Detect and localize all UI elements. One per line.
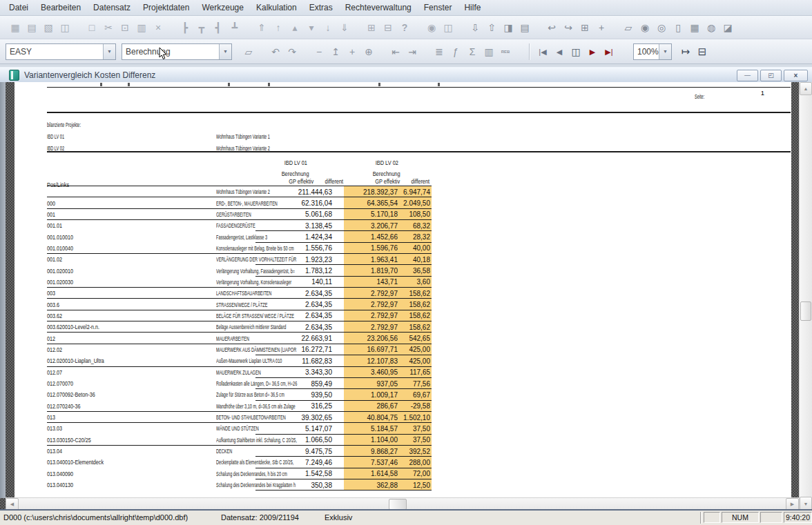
import-icon[interactable]: ⇩ [467, 21, 483, 34]
page-setup-icon[interactable]: ▤ [23, 21, 40, 34]
search-globe-icon[interactable]: ◉ [423, 21, 440, 34]
menu-item-kalkulation[interactable]: Kalkulation [250, 1, 303, 14]
delete-icon[interactable]: × [150, 21, 166, 34]
add-special-icon[interactable]: ⊕ [360, 45, 377, 59]
close-button[interactable]: × [784, 70, 808, 81]
cell-gp-effektiv-lv02: 16.697,71 [344, 344, 399, 355]
chart-icon[interactable]: ▥ [481, 45, 497, 59]
edit-list-icon[interactable]: ▤ [516, 21, 533, 34]
export-icon[interactable]: ⇧ [483, 21, 500, 34]
search-icon[interactable]: ◍ [703, 21, 719, 34]
move-page-down-icon[interactable]: ↓ [320, 21, 336, 34]
next-page-icon[interactable]: ▶ [584, 45, 601, 59]
export-page-icon[interactable]: ◪ [719, 21, 736, 34]
insert-above-icon[interactable]: ↥ [327, 45, 344, 59]
menu-item-bearbeiten[interactable]: Bearbeiten [35, 1, 87, 14]
print-form-icon[interactable]: ⊟ [380, 21, 396, 34]
copy-pages-icon[interactable]: ◫ [568, 45, 584, 59]
close-preview-icon[interactable]: ↦ [677, 45, 694, 59]
insert-row-icon[interactable]: ┣ [177, 21, 193, 34]
view-combobox-button[interactable]: ▼ [219, 44, 231, 59]
menu-item-projektdaten[interactable]: Projektdaten [137, 1, 195, 14]
horizontal-scrollbar-thumb[interactable] [389, 499, 407, 510]
cell-gp-effektiv-lv02: 1.819,70 [344, 265, 399, 276]
menu-item-hilfe[interactable]: Hilfe [458, 1, 487, 14]
scroll-up-button[interactable]: ▲ [800, 82, 812, 95]
zoom-in-icon[interactable]: ◉ [637, 21, 653, 34]
vertical-scrollbar-thumb[interactable] [800, 301, 811, 321]
insert-child-icon[interactable]: ┳ [193, 21, 210, 34]
remove-position-icon[interactable]: − [311, 45, 327, 59]
move-up-icon[interactable]: ▴ [287, 21, 303, 34]
cell-different-lv01 [334, 389, 344, 400]
profile-combobox-button[interactable]: ▼ [103, 44, 115, 59]
menu-item-extras[interactable]: Extras [303, 1, 339, 14]
sum-icon[interactable]: Σ [464, 45, 481, 59]
add-position-icon[interactable]: + [344, 45, 360, 59]
view-combobox[interactable]: Berechnung ▼ [122, 43, 232, 60]
append-child-icon[interactable]: ┻ [226, 21, 243, 34]
scroll-down-button[interactable]: ▼ [800, 497, 812, 511]
preview-icon[interactable]: ▦ [7, 21, 23, 34]
cell-description: BETON- UND STAHLBETONARBEITEN [216, 412, 255, 423]
undo-icon[interactable]: ↶ [267, 45, 284, 59]
edit-page-icon[interactable]: ▱ [620, 21, 637, 34]
vertical-scrollbar[interactable]: ▲ ▼ [799, 82, 812, 511]
outdent-icon[interactable]: ⇤ [387, 45, 404, 59]
report-book-icon[interactable]: ◫ [57, 21, 73, 34]
paste-icon[interactable]: ▥ [133, 21, 150, 34]
cut-icon[interactable]: ✂ [100, 21, 117, 34]
redo-icon[interactable]: ↷ [284, 45, 300, 59]
reb-icon[interactable]: REB [497, 45, 514, 59]
cell-description: Außen-Mauerwerk Liaplan ULTRA 010 [216, 355, 255, 366]
move-down-icon[interactable]: ▾ [303, 21, 320, 34]
indent-icon[interactable]: ⇥ [404, 45, 420, 59]
window-icon[interactable]: ⊞ [363, 21, 380, 34]
minimize-button[interactable]: — [737, 70, 758, 81]
profile-combobox[interactable]: EASY ▼ [6, 43, 116, 60]
document-window-titlebar[interactable]: Variantenvergleich Kosten Differenz — ◰ … [0, 67, 812, 83]
new-page-icon[interactable]: ▯ [670, 21, 686, 34]
pin-icon[interactable]: + [593, 21, 610, 34]
menu-item-rechteverwaltung[interactable]: Rechteverwaltung [339, 1, 418, 14]
menu-item-datei[interactable]: Datei [3, 1, 35, 14]
forward-icon[interactable]: ↪ [560, 21, 577, 34]
table-view-icon[interactable]: ▦ [686, 21, 703, 34]
zoom-doc-icon[interactable]: ◎ [653, 21, 670, 34]
append-row-icon[interactable]: ┫ [210, 21, 226, 34]
restore-button[interactable]: ◰ [760, 70, 782, 81]
minimize-icon: — [744, 72, 751, 79]
last-page-icon[interactable]: ▶| [601, 45, 617, 59]
list-structure-icon[interactable]: ≣ [431, 45, 447, 59]
table-row: 012.07MAUERWERK ZULAGEN3.343,303.460,951… [47, 367, 432, 378]
new-document-icon[interactable]: □ [84, 21, 100, 34]
move-last-icon[interactable]: ⇓ [336, 21, 353, 34]
cell-different-lv01 [334, 299, 344, 310]
save-list-icon[interactable]: ◨ [500, 21, 516, 34]
first-page-icon[interactable]: |◀ [534, 45, 551, 59]
open-folder-icon[interactable]: ▱ [240, 45, 257, 59]
zoom-combobox-button[interactable]: ▼ [659, 44, 671, 59]
move-first-icon[interactable]: ⇑ [253, 21, 270, 34]
cell-gp-effektiv-lv01: 5.147,07 [255, 423, 334, 434]
cell-description: Verlängerung Vorhaltung, Konsolenauslege… [216, 277, 255, 288]
tile-icon[interactable]: ⊞ [577, 21, 593, 34]
split-view-icon[interactable]: ◫ [440, 21, 456, 34]
cell-pos: 000 [47, 197, 216, 208]
back-icon[interactable]: ↩ [543, 21, 560, 34]
graphic-view-icon[interactable]: ▧ [40, 21, 57, 34]
prev-page-icon[interactable]: ◀ [551, 45, 568, 59]
cell-different-lv02: 108,50 [399, 209, 432, 220]
table-row: 012.070240-36Wandhöhe über 3,10 m, d=36,… [47, 401, 432, 412]
print-icon[interactable]: ⊟ [694, 45, 710, 59]
move-page-up-icon[interactable]: ↑ [270, 21, 287, 34]
formula-icon[interactable]: ƒ [447, 45, 464, 59]
menu-item-datensatz[interactable]: Datensatz [87, 1, 137, 14]
menu-item-fenster[interactable]: Fenster [418, 1, 458, 14]
menu-item-werkzeuge[interactable]: Werkzeuge [195, 1, 249, 14]
help-icon[interactable]: ? [396, 21, 413, 34]
table-row: 012.070092-Beton-36Zulage für Stürze aus… [47, 389, 432, 400]
table-row: 012.070070Rolladenkasten alle Längen, D=… [47, 378, 432, 389]
zoom-combobox[interactable]: 100% ▼ [633, 43, 672, 60]
copy-icon[interactable]: ⊡ [117, 21, 133, 34]
